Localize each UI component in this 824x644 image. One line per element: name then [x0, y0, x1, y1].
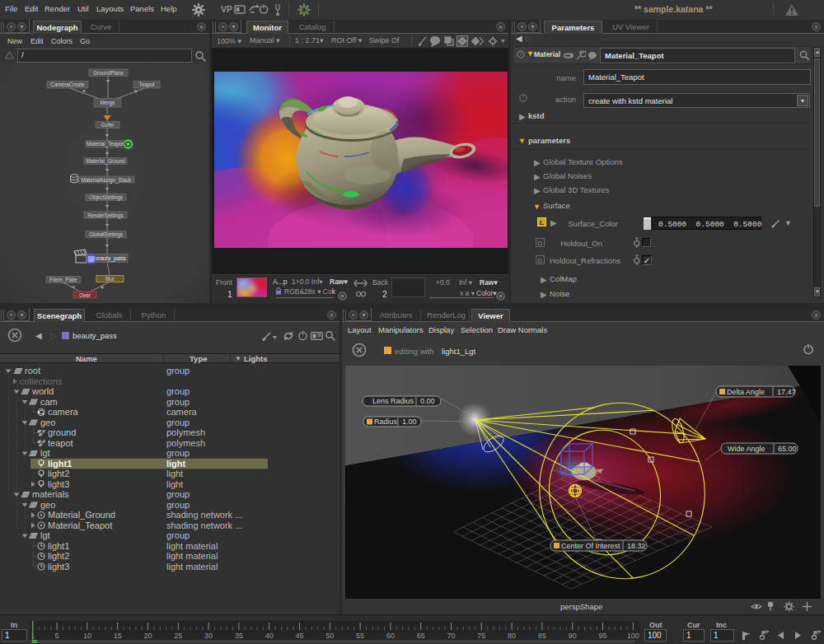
svg-text:world: world: [31, 386, 54, 396]
svg-text:18.32: 18.32: [627, 542, 646, 550]
svg-text:shading network ...: shading network ...: [166, 520, 242, 530]
svg-text:Merge: Merge: [101, 100, 115, 106]
svg-text:1: 1: [30, 632, 35, 640]
svg-text:GlobalSettings: GlobalSettings: [89, 231, 123, 238]
svg-text:Delta Angle: Delta Angle: [727, 388, 765, 396]
svg-text:camera: camera: [166, 407, 198, 417]
svg-text:root: root: [25, 366, 40, 376]
svg-text:group: group: [166, 530, 190, 540]
svg-text:light2: light2: [48, 551, 69, 561]
svg-text:polymesh: polymesh: [166, 427, 205, 437]
svg-text:polymesh: polymesh: [166, 438, 205, 448]
svg-text:light material: light material: [166, 541, 218, 551]
svg-text:beauty_pass: beauty_pass: [93, 255, 126, 262]
svg-text:light: light: [166, 469, 183, 478]
svg-text:20: 20: [143, 632, 152, 640]
svg-text:80: 80: [508, 632, 516, 640]
svg-text:Material_Ground: Material_Ground: [87, 158, 125, 165]
svg-text:60: 60: [386, 632, 395, 640]
svg-text:FileIn_Plate: FileIn_Plate: [49, 277, 77, 283]
svg-text:55: 55: [356, 632, 364, 640]
svg-text:light: light: [166, 479, 183, 489]
svg-text:85: 85: [538, 632, 546, 640]
svg-text:RenderSettings: RenderSettings: [87, 212, 123, 219]
svg-text:materials: materials: [32, 489, 69, 499]
svg-text:Center Of Interest: Center Of Interest: [561, 542, 620, 550]
svg-text:group: group: [166, 418, 190, 427]
svg-text:light1: light1: [48, 459, 72, 469]
svg-text:light1: light1: [48, 541, 69, 551]
svg-text:GroundPlane: GroundPlane: [93, 70, 124, 76]
svg-text:cam: cam: [40, 397, 58, 407]
svg-text:geo: geo: [40, 500, 55, 510]
svg-text:shading network ...: shading network ...: [166, 510, 242, 520]
svg-text:Material_Ground: Material_Ground: [48, 510, 115, 520]
svg-text:light3: light3: [48, 562, 69, 572]
svg-text:group: group: [166, 386, 190, 396]
svg-text:100: 100: [627, 632, 639, 640]
svg-text:25: 25: [174, 632, 182, 640]
svg-text:1.00: 1.00: [402, 418, 417, 426]
svg-text:50: 50: [325, 632, 334, 640]
svg-text:90: 90: [569, 632, 577, 640]
svg-text:Teapot: Teapot: [139, 82, 155, 88]
svg-text:group: group: [166, 448, 190, 458]
svg-text:group: group: [166, 366, 190, 376]
svg-text:camera: camera: [48, 407, 79, 417]
svg-text:ObjectSettings: ObjectSettings: [89, 194, 123, 201]
svg-text:?: ?: [522, 95, 525, 100]
svg-text:75: 75: [477, 632, 485, 640]
svg-text:70: 70: [447, 632, 455, 640]
svg-text:40: 40: [265, 632, 274, 640]
svg-text:Over: Over: [79, 292, 91, 298]
svg-text:Radius: Radius: [374, 418, 398, 426]
svg-text:light: light: [166, 459, 186, 469]
svg-text:Gofer: Gofer: [101, 122, 115, 128]
svg-text:45: 45: [295, 632, 303, 640]
svg-text:Blur: Blur: [105, 276, 115, 282]
svg-text:collections: collections: [20, 376, 63, 386]
svg-text:5: 5: [55, 632, 59, 640]
svg-text:10: 10: [83, 632, 91, 640]
svg-text:group: group: [166, 500, 190, 510]
svg-text:MaterialAssign_Stack: MaterialAssign_Stack: [82, 177, 132, 184]
svg-text:Material_Teapot: Material_Teapot: [48, 520, 112, 530]
svg-text:Material_Teapot: Material_Teapot: [87, 141, 124, 147]
svg-text:light3: light3: [48, 479, 69, 489]
svg-text:group: group: [166, 489, 190, 499]
svg-text:teapot: teapot: [48, 438, 73, 448]
svg-text:group: group: [166, 397, 190, 407]
svg-text:Lens Radius: Lens Radius: [372, 397, 414, 405]
svg-text:lgt: lgt: [40, 448, 50, 458]
svg-text:15: 15: [114, 632, 122, 640]
svg-text:?: ?: [519, 51, 522, 57]
svg-text:CameraCreate: CameraCreate: [50, 82, 85, 87]
svg-text:17.47: 17.47: [777, 388, 796, 396]
svg-text:95: 95: [598, 632, 606, 640]
svg-text:ground: ground: [48, 427, 76, 437]
svg-text:lgt: lgt: [40, 530, 50, 540]
svg-text:light material: light material: [166, 562, 218, 572]
svg-text:0.00: 0.00: [420, 397, 435, 405]
svg-text:65.00: 65.00: [778, 445, 797, 453]
svg-text:light material: light material: [166, 551, 218, 561]
svg-text:geo: geo: [40, 418, 55, 427]
svg-text:65: 65: [417, 632, 425, 640]
svg-text:35: 35: [235, 632, 243, 640]
svg-text:30: 30: [204, 632, 213, 640]
svg-text:light2: light2: [48, 469, 69, 478]
svg-text:Wide Angle: Wide Angle: [728, 445, 765, 453]
